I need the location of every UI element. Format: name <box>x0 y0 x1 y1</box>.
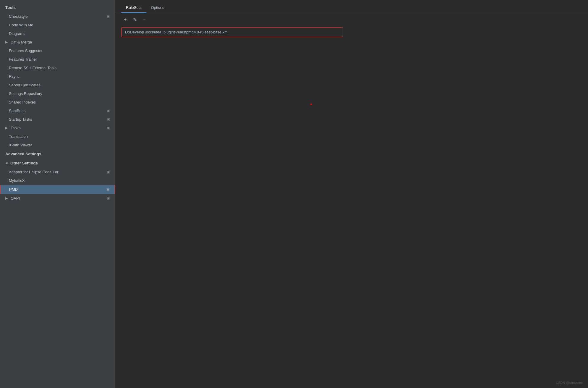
watermark: CSDN @uuucome <box>556 381 583 384</box>
chevron-right-icon: ▶ <box>5 126 8 130</box>
sidebar-item-label: Diff & Merge <box>11 40 32 44</box>
sidebar-item-spotbugs[interactable]: SpotBugs ▣ <box>0 106 115 115</box>
square-icon: ▣ <box>107 117 110 121</box>
square-icon: ▣ <box>107 196 110 200</box>
sidebar-item-label: Adapter for Eclipse Code For <box>9 170 59 174</box>
red-dot <box>310 104 312 105</box>
sidebar-item-shared-indexes[interactable]: Shared Indexes <box>0 98 115 106</box>
sidebar-section-other-settings[interactable]: ▼ Other Settings <box>0 159 115 168</box>
toolbar: + ✎ − <box>115 13 588 26</box>
square-icon: ▣ <box>106 187 109 191</box>
square-icon: ▣ <box>107 126 110 130</box>
sidebar-item-label: Startup Tasks <box>9 117 32 122</box>
sidebar-item-checkstyle[interactable]: Checkstyle ▣ <box>0 12 115 21</box>
sidebar-item-label: Translation <box>9 134 28 139</box>
chevron-down-icon: ▼ <box>5 161 9 165</box>
sidebar-item-label: Shared Indexes <box>9 100 36 104</box>
add-button[interactable]: + <box>121 15 129 24</box>
sidebar-item-server-certificates[interactable]: Server Certificates <box>0 81 115 89</box>
sidebar-section-advanced-settings: Advanced Settings <box>0 149 115 159</box>
sidebar-item-adapter-eclipse[interactable]: Adapter for Eclipse Code For ▣ <box>0 168 115 176</box>
sidebar-item-label: Server Certificates <box>9 83 41 87</box>
sidebar-item-oapi[interactable]: ▶ OAPI ▣ <box>0 194 115 203</box>
sidebar-item-label: Code With Me <box>9 23 33 27</box>
main-content: RuleSets Options + ✎ − D:\DevelopTools\i… <box>115 0 588 388</box>
sidebar-item-label: PMD <box>9 187 18 192</box>
sidebar-section-tools: Tools <box>0 3 115 12</box>
sidebar-item-remote-ssh[interactable]: Remote SSH External Tools <box>0 64 115 72</box>
sidebar-item-label: Tasks <box>11 126 20 130</box>
sidebar-item-label: MybatisX <box>9 178 25 183</box>
sidebar-item-tasks[interactable]: ▶ Tasks ▣ <box>0 124 115 132</box>
ruleset-entry: D:\DevelopTools\idea_plugins\rules\pmd4.… <box>121 27 343 37</box>
sidebar-item-code-with-me[interactable]: Code With Me <box>0 21 115 29</box>
sidebar-item-label: XPath Viewer <box>9 143 32 147</box>
square-icon: ▣ <box>107 170 110 174</box>
sidebar-item-settings-repository[interactable]: Settings Repository <box>0 89 115 98</box>
sidebar-item-translation[interactable]: Translation <box>0 132 115 141</box>
sidebar-item-mybatisx[interactable]: MybatisX <box>0 176 115 185</box>
tabs-bar: RuleSets Options <box>115 0 588 13</box>
tab-options[interactable]: Options <box>146 3 169 13</box>
remove-button[interactable]: − <box>140 15 148 24</box>
sidebar-item-label: Diagrams <box>9 31 25 36</box>
sidebar-item-label: Features Trainer <box>9 57 37 62</box>
ruleset-area: D:\DevelopTools\idea_plugins\rules\pmd4.… <box>115 26 588 38</box>
sidebar-item-diagrams[interactable]: Diagrams <box>0 29 115 38</box>
sidebar-item-rsync[interactable]: Rsync <box>0 72 115 81</box>
sidebar-item-diff-merge[interactable]: ▶ Diff & Merge <box>0 38 115 46</box>
sidebar-item-label: Features Suggester <box>9 48 43 53</box>
edit-button[interactable]: ✎ <box>131 15 139 24</box>
sidebar-item-xpath-viewer[interactable]: XPath Viewer <box>0 141 115 149</box>
sidebar-item-label: OAPI <box>11 196 20 201</box>
square-icon: ▣ <box>107 14 110 18</box>
sidebar-item-label: Checkstyle <box>9 14 28 19</box>
sidebar-item-features-suggester[interactable]: Features Suggester <box>0 46 115 55</box>
tab-rulesets[interactable]: RuleSets <box>121 3 146 13</box>
sidebar-item-startup-tasks[interactable]: Startup Tasks ▣ <box>0 115 115 124</box>
sidebar-item-features-trainer[interactable]: Features Trainer <box>0 55 115 64</box>
sidebar-item-pmd[interactable]: PMD ▣ <box>0 185 115 194</box>
sidebar-item-label: Rsync <box>9 74 20 79</box>
chevron-right-icon: ▶ <box>5 196 8 200</box>
sidebar-item-label: Settings Repository <box>9 91 42 96</box>
square-icon: ▣ <box>107 109 110 113</box>
section-label: Other Settings <box>10 161 38 165</box>
sidebar: Tools Checkstyle ▣ Code With Me Diagrams… <box>0 0 115 388</box>
sidebar-item-label: SpotBugs <box>9 109 25 113</box>
sidebar-item-label: Remote SSH External Tools <box>9 66 56 70</box>
chevron-right-icon: ▶ <box>5 40 8 44</box>
